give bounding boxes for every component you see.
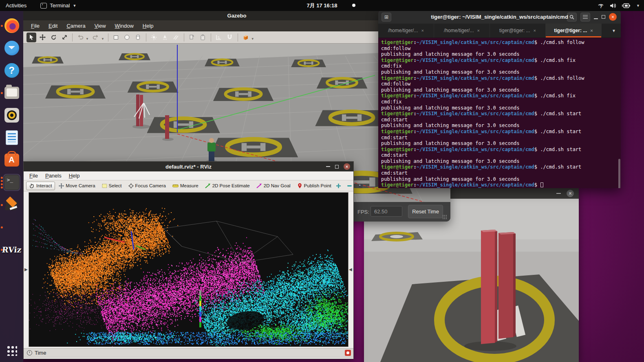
- minimize-button[interactable]: [556, 193, 561, 194]
- gazebo-tool-spot-light-icon[interactable]: [160, 33, 170, 42]
- close-button[interactable]: ×: [609, 13, 617, 21]
- gazebo-tool-scale-icon[interactable]: [60, 33, 69, 42]
- rviz-tool-select[interactable]: Select: [99, 182, 125, 190]
- time-panel-header[interactable]: Time: [24, 348, 353, 358]
- gazebo-menu-file[interactable]: File: [27, 22, 43, 30]
- gazebo-tool-paste-icon[interactable]: [198, 33, 208, 42]
- maximize-button[interactable]: [335, 165, 339, 169]
- dock-item-firefox[interactable]: [0, 14, 23, 37]
- search-button[interactable]: [567, 13, 577, 22]
- rviz-menu-panels[interactable]: Panels: [42, 172, 65, 180]
- gazebo-tool-select-arrow-icon[interactable]: [26, 33, 36, 42]
- rviz-tool-focus-camera[interactable]: Focus Camera: [126, 182, 169, 190]
- minimize-button[interactable]: [594, 18, 598, 19]
- close-button[interactable]: ×: [567, 190, 574, 197]
- gazebo-tool-cylinder-icon[interactable]: [133, 33, 143, 42]
- tab-close-icon[interactable]: ×: [590, 28, 593, 33]
- tab-close-icon[interactable]: ×: [534, 28, 536, 33]
- dropdown-caret-icon[interactable]: ▼: [251, 37, 254, 41]
- maximize-button[interactable]: [602, 15, 605, 19]
- rviz-remove-tool-button[interactable]: [346, 182, 353, 189]
- gazebo-tool-redo-icon[interactable]: [91, 33, 101, 42]
- gazebo-tool-sphere-icon[interactable]: [122, 33, 132, 42]
- prompt-user: tiger@tiger: [381, 164, 413, 170]
- clock[interactable]: 7月 17 16:18: [0, 2, 644, 9]
- dock-item-rviz[interactable]: RViz: [0, 238, 23, 261]
- rviz-add-tool-button[interactable]: [335, 182, 342, 189]
- gazebo-tool-snap-icon[interactable]: [225, 33, 235, 42]
- dock-item-ubuntu-software[interactable]: A: [0, 149, 23, 171]
- gazebo-menu-camera[interactable]: Camera: [63, 22, 89, 30]
- terminal-tab-3[interactable]: tiger@tiger: ...×: [490, 24, 546, 37]
- gazebo-tool-translate-icon[interactable]: [37, 33, 47, 42]
- terminal-line: cmd:start: [381, 170, 621, 176]
- terminal-tab-1[interactable]: /home/tiger/...×: [378, 24, 434, 37]
- terminal-titlebar[interactable]: ⊞ tiger@tiger: ~/VISIM_single/catkin_ws/…: [378, 10, 621, 24]
- output-text: publishing and latching message for 3.0 …: [381, 69, 520, 75]
- rviz-tool-publish-point[interactable]: Publish Point: [294, 182, 334, 190]
- gazebo-tool-box-icon[interactable]: [111, 33, 121, 42]
- dock-item-terminal[interactable]: >_: [0, 171, 23, 193]
- fps-value-field[interactable]: 62.50: [371, 206, 402, 217]
- resize-grip[interactable]: [442, 215, 447, 219]
- terminal-line: cmd:start: [381, 152, 621, 158]
- new-tab-button[interactable]: ⊞: [382, 13, 391, 22]
- dock-item-help[interactable]: ?: [0, 59, 23, 81]
- dropdown-caret-icon[interactable]: ▼: [101, 37, 104, 41]
- gazebo-tool-point-light-icon[interactable]: [149, 33, 159, 42]
- rviz-3d-render[interactable]: ▶ ◀: [29, 192, 348, 347]
- rviz-tool-properties-button[interactable]: ▼: [357, 182, 364, 189]
- rviz-titlebar[interactable]: default.rviz* - RViz ×: [24, 162, 353, 171]
- dock-item-unknown-app[interactable]: [0, 216, 23, 238]
- gazebo-menu-edit[interactable]: Edit: [45, 22, 61, 30]
- show-applications-button[interactable]: [0, 342, 23, 360]
- menu-button[interactable]: [580, 13, 590, 22]
- running-indicator-dot: [1, 25, 3, 27]
- terminal-tab-4[interactable]: tiger@tiger: ...×: [546, 24, 602, 37]
- mouse-window-3d-view[interactable]: [364, 199, 579, 362]
- gazebo-tool-align-icon[interactable]: [214, 33, 224, 42]
- rviz-menu-file[interactable]: File: [26, 172, 41, 180]
- dock-item-thunderbird[interactable]: [0, 37, 23, 59]
- collapse-right-panel-arrow[interactable]: ◀: [349, 266, 353, 273]
- close-button[interactable]: ×: [344, 163, 350, 170]
- collapse-left-panel-arrow[interactable]: ▶: [24, 266, 28, 273]
- tab-close-icon[interactable]: ×: [421, 28, 423, 33]
- terminal-tab-2[interactable]: /home/tiger/...×: [434, 24, 490, 37]
- rviz-tool-2d-nav-goal[interactable]: 2D Nav Goal: [254, 182, 293, 190]
- running-indicator-dot: [1, 226, 3, 228]
- pointcloud-canvas[interactable]: [29, 193, 348, 347]
- scrollbar-thumb[interactable]: [618, 159, 620, 188]
- tab-list-caret[interactable]: ▼: [607, 24, 621, 37]
- rviz-tool-interact[interactable]: Interact: [26, 182, 55, 190]
- rviz-window-title: default.rviz* - RViz: [165, 164, 212, 170]
- gazebo-tool-directional-light-icon[interactable]: [171, 33, 181, 42]
- rviz-tool-2d-pose-estimate[interactable]: 2D Pose Estimate: [202, 182, 253, 190]
- dropdown-caret-icon[interactable]: ▼: [86, 37, 89, 41]
- thunderbird-icon: [4, 41, 19, 55]
- terminal-content[interactable]: tiger@tiger:~/VISIM_single/catkin_ws/src…: [378, 38, 621, 188]
- chevron-down-icon[interactable]: ▼: [636, 4, 640, 8]
- output-text: publishing and latching message for 3.0 …: [381, 51, 520, 57]
- rviz-tool-move-camera[interactable]: Move Camera: [56, 182, 98, 190]
- dock-item-gazebo[interactable]: [0, 193, 23, 216]
- gazebo-menu-help[interactable]: Help: [139, 22, 157, 30]
- prompt-dollar: $: [534, 75, 540, 81]
- rviz-menu-help[interactable]: Help: [66, 172, 83, 180]
- gazebo-tool-rotate-icon[interactable]: [49, 33, 58, 42]
- dock-item-rhythmbox[interactable]: [0, 104, 23, 126]
- dock-item-files[interactable]: [0, 81, 23, 104]
- gazebo-menu-window[interactable]: Window: [111, 22, 137, 30]
- dock-item-libreoffice-writer[interactable]: [0, 126, 23, 149]
- tab-close-icon[interactable]: ×: [477, 28, 479, 33]
- rviz-tool-measure[interactable]: Measure: [170, 182, 201, 190]
- gazebo-tool-view-angle-icon[interactable]: [241, 33, 251, 42]
- time-panel-close-button[interactable]: [345, 350, 351, 356]
- minimize-button[interactable]: [326, 166, 330, 167]
- reset-time-button[interactable]: Reset Time: [408, 205, 443, 218]
- prompt-dollar: $: [534, 57, 540, 63]
- gazebo-tool-undo-icon[interactable]: [75, 33, 85, 42]
- gazebo-menu-view[interactable]: View: [91, 22, 110, 30]
- svg-text:?: ?: [600, 4, 602, 9]
- gazebo-tool-copy-icon[interactable]: [187, 33, 197, 42]
